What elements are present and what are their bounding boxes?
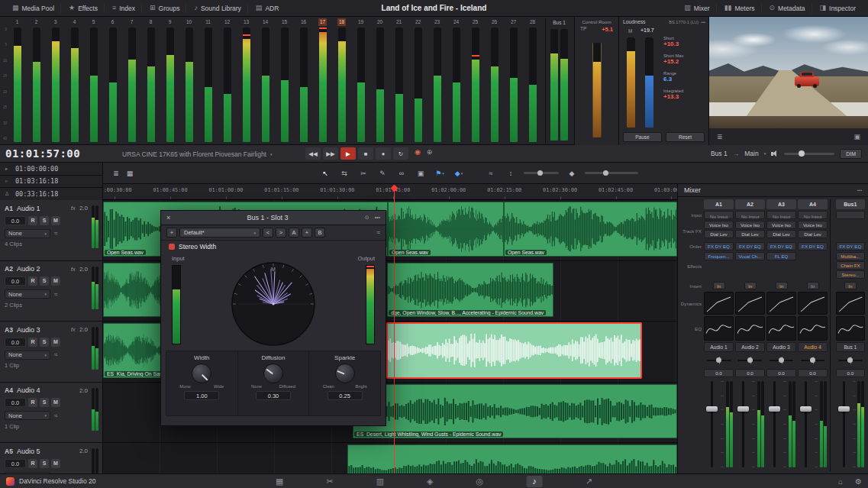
pen-tool[interactable]: ✎ <box>376 166 389 180</box>
effect-chip[interactable]: Chain FX <box>836 261 865 270</box>
record-arm-button[interactable]: R <box>28 398 37 407</box>
audio-clip[interactable] <box>103 263 164 318</box>
strip-name[interactable]: Audio 1 <box>704 342 734 352</box>
solo-button[interactable]: S <box>40 398 49 407</box>
effect-chip[interactable]: FL EQ <box>766 252 796 260</box>
eq-graph[interactable] <box>704 316 734 341</box>
meters-button[interactable]: ▮▮Meters <box>718 3 762 14</box>
fader-value[interactable]: 0.0 <box>766 369 796 377</box>
play-button[interactable]: ▶ <box>340 147 356 160</box>
strip-input[interactable] <box>836 211 865 219</box>
fx-enabled-icon[interactable] <box>169 244 175 250</box>
track-input-dropdown[interactable]: None▾ <box>5 411 50 420</box>
track-fx-chip[interactable]: Voice Iso <box>766 221 796 229</box>
slider-handle[interactable] <box>537 170 543 176</box>
strip-name[interactable]: Audio 2 <box>735 342 765 352</box>
track-input-dropdown[interactable]: None▾ <box>5 289 50 299</box>
solo-button[interactable]: S <box>40 459 49 468</box>
effect-chip[interactable]: Frequen... <box>704 252 734 260</box>
strip-header[interactable]: A3 <box>766 199 796 209</box>
record-arm-button[interactable]: R <box>28 216 37 225</box>
pause-button[interactable]: Pause <box>623 132 662 142</box>
strip-input[interactable]: No Input <box>766 211 796 219</box>
eq-graph[interactable] <box>735 316 765 341</box>
pan-knob[interactable] <box>779 357 784 363</box>
color-page-button[interactable]: ◎ <box>476 477 484 486</box>
media-page-button[interactable]: ▦ <box>276 477 283 486</box>
fairlight-page-button[interactable]: ♪ <box>526 476 543 487</box>
knob-value[interactable]: 0.25 <box>328 391 363 400</box>
eq-graph[interactable] <box>836 316 865 341</box>
audio-clip[interactable] <box>347 444 677 473</box>
prev-preset-button[interactable]: < <box>263 228 273 238</box>
strip-input[interactable]: No Input <box>704 211 734 219</box>
track-index-icon[interactable]: ≣ <box>109 166 123 180</box>
eq-graph[interactable] <box>766 316 796 341</box>
pan-control[interactable] <box>798 354 828 367</box>
compare-b-button[interactable]: B <box>315 228 325 238</box>
pan-knob[interactable] <box>810 357 815 363</box>
mute-button[interactable]: M <box>51 398 60 407</box>
link-groups-button[interactable]: ⊕ <box>427 148 433 156</box>
dynamics-graph[interactable] <box>798 292 828 315</box>
pan-knob[interactable] <box>716 357 721 363</box>
add-preset-button[interactable]: + <box>166 228 177 238</box>
next-preset-button[interactable]: > <box>276 228 286 238</box>
horizontal-zoom-slider[interactable] <box>524 172 559 174</box>
track-fx-chip[interactable]: Voice Iso <box>704 221 734 229</box>
dynamics-graph[interactable] <box>836 292 865 315</box>
track-volume-value[interactable]: 0.0 <box>5 338 26 347</box>
strip-order[interactable]: FX DY EQ <box>836 242 865 250</box>
strip-name[interactable]: Bus 1 <box>836 342 865 352</box>
loop-button[interactable]: ↻ <box>393 147 408 160</box>
flag-button[interactable]: ⚑▾ <box>433 166 447 180</box>
range-selection-tool[interactable]: ⇆ <box>337 166 351 180</box>
audio-clip[interactable]: dge, Open Window, Slow, B..., Accelerati… <box>387 263 553 318</box>
audio-clip[interactable] <box>387 323 641 378</box>
strip-order[interactable]: FX DY EQ <box>704 242 734 250</box>
fader-value[interactable]: 0.0 <box>735 369 765 377</box>
loudness-menu-icon[interactable]: ••• <box>701 20 705 24</box>
fader-handle[interactable] <box>800 406 812 412</box>
record-button[interactable]: ● <box>376 147 391 160</box>
eq-graph[interactable] <box>798 316 828 341</box>
dynamics-graph[interactable] <box>766 292 796 315</box>
monitor-output-label[interactable]: Main <box>744 150 758 157</box>
strip-name[interactable]: Audio 4 <box>798 342 828 352</box>
monitor-bus-label[interactable]: Bus 1 <box>711 150 728 157</box>
width-knob[interactable] <box>192 364 211 383</box>
effects-button[interactable]: ★Effects <box>63 3 105 14</box>
record-arm-button[interactable]: R <box>28 338 37 347</box>
index-button[interactable]: ≡Index <box>106 3 142 14</box>
metadata-button[interactable]: ⊙Metadata <box>763 3 812 14</box>
volume-knob[interactable] <box>799 150 805 157</box>
effect-chip[interactable]: Stereo... <box>836 270 865 279</box>
settings-gear-icon[interactable]: ⚙ <box>855 477 862 486</box>
fader-handle[interactable] <box>737 406 749 412</box>
pan-control[interactable] <box>704 354 734 367</box>
audio-clip[interactable]: ES_Kia, Driving On Sand <box>103 323 164 378</box>
track-fx-chip[interactable]: Dial Lev <box>735 230 765 238</box>
fast-forward-button[interactable]: ▶▶ <box>323 147 338 160</box>
strip-order[interactable]: FX DY EQ <box>798 242 828 250</box>
track-height-icon[interactable]: ↕ <box>504 166 518 180</box>
link-clips-button[interactable]: ∞ <box>395 166 408 180</box>
sparkle-knob[interactable] <box>335 364 355 383</box>
track-fx-chip[interactable]: Dial Lev <box>766 230 796 238</box>
deliver-page-button[interactable]: ↗ <box>586 477 592 486</box>
fader-handle[interactable] <box>838 406 850 412</box>
record-arm-button[interactable]: R <box>28 459 37 468</box>
timeline-view-icon[interactable]: ▦ <box>123 166 137 180</box>
fader-value[interactable]: 0.0 <box>704 369 734 377</box>
strip-input[interactable]: No Input <box>735 211 765 219</box>
insert-in-button[interactable]: In <box>744 282 757 289</box>
slider-handle[interactable] <box>603 170 608 176</box>
mute-button[interactable]: M <box>51 459 60 468</box>
diffusion-knob[interactable] <box>263 364 283 383</box>
vertical-zoom-slider[interactable] <box>585 172 638 174</box>
strip-order[interactable]: FX DY EQ <box>735 242 765 250</box>
audio-clip[interactable]: Open Seas.wav <box>388 202 504 257</box>
pan-control[interactable] <box>766 354 796 367</box>
rewind-button[interactable]: ◀◀ <box>305 147 321 160</box>
adr-button[interactable]: ▤ADR <box>250 3 285 14</box>
